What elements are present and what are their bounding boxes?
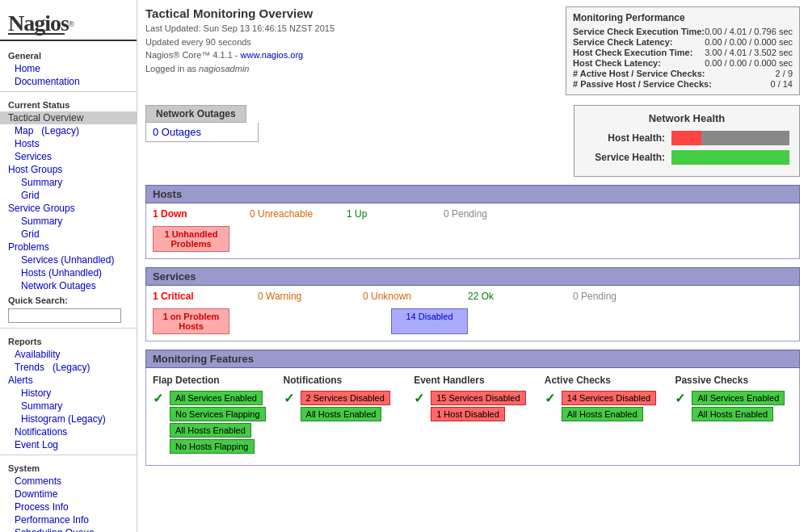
passive-items: All Services Enabled All Hosts Enabled <box>692 391 785 423</box>
event-host-disabled[interactable]: 1 Host Disabled <box>431 407 505 421</box>
sidebar-item-availability[interactable]: Availability <box>0 348 137 361</box>
sidebar-item-downtime[interactable]: Downtime <box>0 488 137 501</box>
sidebar-item-service-groups[interactable]: Service Groups <box>0 202 137 215</box>
services-section: Services 1 Critical 0 Warning 0 Unknown … <box>145 267 800 341</box>
perf-value-1: 0.00 / 0.00 / 0.000 sec <box>705 37 793 47</box>
services-disabled-link[interactable]: 14 Disabled <box>406 312 452 321</box>
flap-all-services-enabled[interactable]: All Services Enabled <box>170 391 263 405</box>
hosts-section: Hosts 1 Down 0 Unreachable 1 Up 0 Pendin… <box>145 185 800 259</box>
flap-all-hosts-enabled[interactable]: All Hosts Enabled <box>170 423 251 438</box>
unhandled-problems-link[interactable]: 1 UnhandledProblems <box>164 229 217 249</box>
sidebar-item-alerts-history[interactable]: History <box>0 387 137 400</box>
perf-row-1: Service Check Latency: 0.00 / 0.00 / 0.0… <box>573 37 793 47</box>
sidebar-item-host-groups[interactable]: Host Groups <box>0 163 137 176</box>
hosts-up-link[interactable]: 1 Up <box>347 208 367 220</box>
flap-check-icon: ✓ <box>153 391 163 406</box>
service-health-row: Service Health: <box>584 150 789 165</box>
sidebar-item-map[interactable]: Map (Legacy) <box>0 124 137 137</box>
quick-search-input[interactable] <box>8 308 121 323</box>
services-warning-link[interactable]: 0 Warning <box>258 291 301 302</box>
flap-no-services-flapping[interactable]: No Services Flapping <box>170 407 266 421</box>
sidebar-item-alerts[interactable]: Alerts <box>0 374 137 387</box>
notif-hosts-enabled[interactable]: All Hosts Enabled <box>301 407 382 421</box>
sidebar-item-service-groups-grid[interactable]: Grid <box>0 228 137 241</box>
active-checks-title: Active Checks <box>545 375 663 386</box>
sidebar-item-network-outages[interactable]: Network Outages <box>0 279 137 292</box>
network-health-box: Network Health Host Health: Service Heal… <box>574 105 800 177</box>
perf-label-2: Host Check Execution Time: <box>573 48 692 57</box>
sidebar-item-hosts[interactable]: Hosts <box>0 137 137 150</box>
sidebar-item-problems[interactable]: Problems <box>0 241 137 253</box>
sidebar-item-hosts-unhandled[interactable]: Hosts (Unhandled) <box>0 266 137 279</box>
monitoring-features-section: Monitoring Features Flap Detection ✓ All… <box>145 350 800 466</box>
event-check-row: ✓ 15 Services Disabled 1 Host Disabled <box>414 391 532 423</box>
logo-tm: ® <box>69 20 74 28</box>
sidebar-item-home[interactable]: Home <box>0 62 137 75</box>
sidebar-item-comments[interactable]: Comments <box>0 475 137 488</box>
perf-row-2: Host Check Execution Time: 3.00 / 4.01 /… <box>573 48 793 57</box>
sidebar-item-alerts-histogram[interactable]: Histogram (Legacy) <box>0 413 137 425</box>
sidebar-item-host-groups-grid[interactable]: Grid <box>0 189 137 202</box>
perf-value-3: 0.00 / 0.00 / 0.000 sec <box>705 58 793 68</box>
hosts-unhandled-badge[interactable]: 1 UnhandledProblems <box>153 224 793 253</box>
services-unknown-link[interactable]: 0 Unknown <box>363 291 411 302</box>
outages-link[interactable]: 0 Outages <box>153 126 201 138</box>
flap-check-row: ✓ All Services Enabled No Services Flapp… <box>153 391 271 455</box>
feature-col-event-handlers: Event Handlers ✓ 15 Services Disabled 1 … <box>414 375 532 459</box>
passive-check-icon: ✓ <box>675 391 685 406</box>
sidebar-item-alerts-summary[interactable]: Summary <box>0 400 137 413</box>
header-area: Tactical Monitoring Overview Last Update… <box>137 0 808 98</box>
perf-value-0: 0.00 / 4.01 / 0.796 sec <box>705 27 793 36</box>
event-handlers-title: Event Handlers <box>414 375 532 386</box>
flap-no-hosts-flapping[interactable]: No Hosts Flapping <box>170 439 255 454</box>
sidebar-item-service-groups-summary[interactable]: Summary <box>0 215 137 228</box>
problem-hosts-badge[interactable]: 1 on Problem Hosts <box>153 308 229 334</box>
page-title: Tactical Monitoring Overview <box>145 6 558 20</box>
sidebar-item-services[interactable]: Services <box>0 150 137 163</box>
sidebar-item-host-groups-summary[interactable]: Summary <box>0 176 137 189</box>
services-critical-link[interactable]: 1 Critical <box>153 291 194 302</box>
active-hosts-enabled[interactable]: All Hosts Enabled <box>562 407 643 421</box>
divider-3 <box>0 455 137 455</box>
services-header: Services <box>145 267 800 286</box>
passive-hosts-enabled[interactable]: All Hosts Enabled <box>692 407 773 421</box>
sidebar-item-documentation[interactable]: Documentation <box>0 75 137 88</box>
perf-label-4: # Active Host / Service Checks: <box>573 69 705 78</box>
sidebar-item-trends[interactable]: Trends (Legacy) <box>0 361 137 374</box>
active-services-disabled[interactable]: 14 Services Disabled <box>562 391 656 405</box>
sidebar-item-tactical-overview[interactable]: Tactical Overview <box>0 111 137 124</box>
sidebar-item-event-log[interactable]: Event Log <box>0 438 137 451</box>
services-stat-pending: 0 Pending <box>573 291 678 302</box>
sidebar-section-system: System <box>0 459 137 475</box>
services-pending-link[interactable]: 0 Pending <box>573 291 617 302</box>
hosts-pending-link[interactable]: 0 Pending <box>444 208 487 220</box>
nagios-version: Nagios® Core™ 4.1.1 - www.nagios.org <box>145 48 558 62</box>
services-disabled-badge[interactable]: 14 Disabled <box>391 308 468 334</box>
divider-1 <box>0 91 137 92</box>
problem-hosts-link[interactable]: 1 on Problem Hosts <box>163 312 220 331</box>
passive-check-row: ✓ All Services Enabled All Hosts Enabled <box>675 391 793 423</box>
sidebar-section-general: General <box>0 46 137 62</box>
perf-row-4: # Active Host / Service Checks: 2 / 9 <box>573 69 793 78</box>
event-services-disabled[interactable]: 15 Services Disabled <box>431 391 525 405</box>
nagios-link[interactable]: www.nagios.org <box>241 50 304 60</box>
hosts-unreachable-link[interactable]: 0 Unreachable <box>250 208 313 220</box>
host-health-bar <box>671 131 789 145</box>
services-stat-ok: 22 Ok <box>468 291 573 302</box>
sidebar-item-notifications[interactable]: Notifications <box>0 425 137 438</box>
hosts-down-link[interactable]: 1 Down <box>153 208 187 220</box>
sidebar-item-performance-info[interactable]: Performance Info <box>0 513 137 526</box>
perf-value-4: 2 / 9 <box>776 69 793 78</box>
perf-row-3: Host Check Latency: 0.00 / 0.00 / 0.000 … <box>573 58 793 68</box>
passive-services-enabled[interactable]: All Services Enabled <box>692 391 785 405</box>
sidebar-item-scheduling-queue[interactable]: Scheduling Queue <box>0 526 137 532</box>
network-health-title: Network Health <box>584 112 789 124</box>
sidebar-item-services-unhandled[interactable]: Services (Unhandled) <box>0 253 137 266</box>
event-items: 15 Services Disabled 1 Host Disabled <box>431 391 525 423</box>
divider-2 <box>0 328 137 329</box>
sidebar-item-process-info[interactable]: Process Info <box>0 501 137 513</box>
notif-services-disabled[interactable]: 2 Services Disabled <box>301 391 390 405</box>
services-ok-link[interactable]: 22 Ok <box>468 291 494 302</box>
hosts-stat-unreachable: 0 Unreachable <box>250 208 347 220</box>
features-grid: Flap Detection ✓ All Services Enabled No… <box>153 375 793 459</box>
